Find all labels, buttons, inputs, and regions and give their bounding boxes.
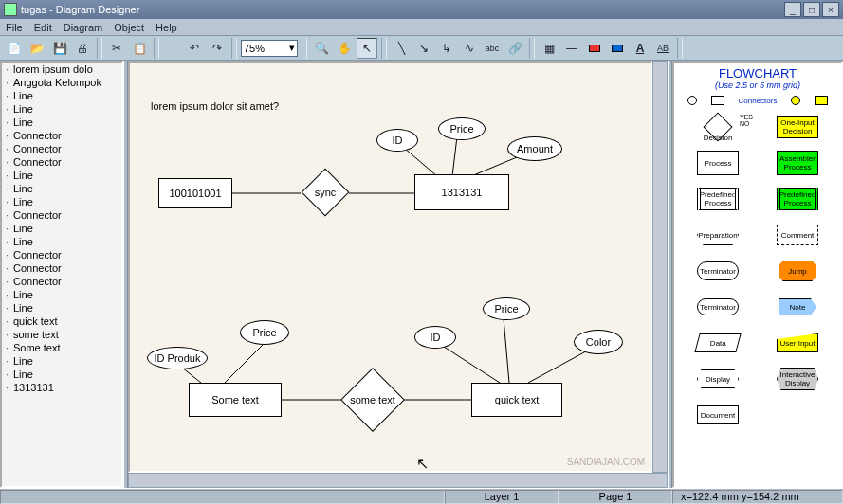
tree-item[interactable]: Line: [2, 195, 121, 208]
node-diamond2[interactable]: some text: [337, 371, 409, 428]
maximize-button[interactable]: □: [803, 2, 820, 17]
node-ellipse-color[interactable]: Color: [574, 330, 623, 354]
tree-item[interactable]: Connector: [2, 129, 121, 142]
new-button[interactable]: 📄: [4, 38, 25, 59]
menu-edit[interactable]: Edit: [34, 22, 52, 33]
palette-terminator2[interactable]: Terminator: [680, 291, 756, 323]
connector-shape-icon[interactable]: [711, 96, 724, 105]
palette-process[interactable]: Process: [680, 147, 756, 179]
tree-item[interactable]: Connector: [2, 261, 121, 275]
palette-userinput[interactable]: User Input: [760, 327, 835, 359]
curve-tool[interactable]: ∿: [459, 38, 480, 59]
tree-item[interactable]: Connector: [2, 275, 121, 288]
minimize-button[interactable]: _: [784, 2, 801, 17]
palette-predefined[interactable]: Predefined Process: [680, 183, 756, 215]
tree-item[interactable]: Line: [2, 102, 121, 116]
tree-item[interactable]: Anggota Kelompok: [2, 76, 121, 89]
node-rect1[interactable]: 100101001: [158, 178, 232, 208]
line-style[interactable]: —: [561, 38, 582, 59]
cut-button[interactable]: ✂: [106, 38, 127, 59]
canvas-vscroll[interactable]: [652, 61, 668, 473]
tree-item[interactable]: lorem ipsum dolo: [2, 63, 121, 76]
arrow-tool[interactable]: ↘: [413, 38, 434, 59]
palette-predefined2[interactable]: Predefined Process: [760, 183, 835, 215]
palette-preparation[interactable]: Preparation: [680, 219, 756, 251]
palette-interactive[interactable]: Interactive Display: [760, 363, 835, 395]
palette-oneinput-decision[interactable]: One-Input Decision: [760, 111, 835, 143]
palette-decision[interactable]: YESNO Decision: [680, 111, 756, 143]
palette-document[interactable]: Document: [680, 399, 756, 431]
node-ellipse-id2[interactable]: ID: [414, 326, 456, 349]
magnify-button[interactable]: 🔍: [311, 38, 332, 59]
node-rect4[interactable]: quick text: [471, 383, 562, 417]
connector-shape-yellow-icon[interactable]: [815, 96, 828, 105]
tree-item[interactable]: Some text: [2, 341, 121, 354]
menu-object[interactable]: Object: [114, 22, 144, 33]
tree-item[interactable]: Connector: [2, 248, 121, 261]
node-ellipse-price2[interactable]: Price: [240, 320, 289, 345]
svg-line-6: [225, 345, 263, 383]
close-button[interactable]: ×: [822, 2, 839, 17]
undo-button[interactable]: ↶: [184, 38, 205, 59]
tree-item[interactable]: Connector: [2, 208, 121, 222]
connector-tool[interactable]: ↳: [436, 38, 457, 59]
tree-item[interactable]: Line: [2, 116, 121, 129]
tree-item[interactable]: quick text: [2, 315, 121, 328]
canvas[interactable]: lorem ipsum dolor sit amet? 100101001 sy…: [128, 61, 652, 473]
status-page[interactable]: Page 1: [559, 490, 672, 504]
tree-item[interactable]: Line: [2, 368, 121, 381]
status-layer[interactable]: Layer 1: [445, 490, 559, 504]
node-ellipse-price1[interactable]: Price: [438, 117, 486, 140]
node-diamond1[interactable]: sync: [301, 172, 350, 212]
palette-note[interactable]: Note: [760, 291, 835, 323]
canvas-hscroll[interactable]: [128, 473, 668, 488]
palette-comment[interactable]: Comment: [760, 219, 835, 251]
line-tool[interactable]: ╲: [391, 38, 412, 59]
text-color[interactable]: A: [630, 38, 651, 59]
palette-jump[interactable]: Jump: [760, 255, 835, 287]
node-rect3[interactable]: Some text: [189, 383, 282, 417]
tree-item[interactable]: some text: [2, 328, 121, 341]
menu-file[interactable]: File: [6, 22, 23, 33]
tree-item[interactable]: Line: [2, 89, 121, 102]
line-color[interactable]: [607, 38, 628, 59]
select-button[interactable]: ↖: [357, 38, 377, 59]
save-button[interactable]: 💾: [49, 38, 70, 59]
text-tool[interactable]: abc: [482, 38, 503, 59]
node-ellipse-price3[interactable]: Price: [483, 297, 530, 320]
print-button[interactable]: 🖨: [72, 38, 93, 59]
tree-item[interactable]: Line: [2, 288, 121, 301]
palette-display[interactable]: Display: [680, 363, 756, 395]
font-button[interactable]: AB: [652, 38, 673, 59]
menu-help[interactable]: Help: [156, 22, 177, 33]
node-ellipse-amount[interactable]: Amount: [507, 136, 562, 161]
link-tool[interactable]: 🔗: [504, 38, 525, 59]
tree-item[interactable]: Line: [2, 182, 121, 195]
fill-color[interactable]: [584, 38, 605, 59]
outline-panel[interactable]: lorem ipsum doloAnggota KelompokLineLine…: [0, 61, 123, 488]
palette-assembler[interactable]: Assembler Process: [760, 147, 835, 179]
tree-item[interactable]: Line: [2, 235, 121, 248]
tree-item[interactable]: Line: [2, 169, 121, 182]
tree-item[interactable]: Line: [2, 301, 121, 315]
open-button[interactable]: 📂: [27, 38, 47, 59]
copy-button[interactable]: 📋: [129, 38, 150, 59]
tree-item[interactable]: Connector: [2, 155, 121, 169]
group-tool[interactable]: ▦: [539, 38, 559, 59]
pan-button[interactable]: ✋: [334, 38, 355, 59]
tree-item[interactable]: 1313131: [2, 381, 121, 394]
palette-terminator[interactable]: Terminator: [680, 255, 756, 287]
palette-panel[interactable]: FLOWCHART (Use 2.5 or 5 mm grid) Connect…: [672, 61, 843, 488]
tree-item[interactable]: Line: [2, 222, 121, 235]
connector-circle-icon[interactable]: [687, 96, 697, 105]
tree-item[interactable]: Line: [2, 354, 121, 368]
menu-diagram[interactable]: Diagram: [64, 22, 103, 33]
connector-circle-yellow-icon[interactable]: [791, 96, 800, 105]
node-ellipse-id1[interactable]: ID: [376, 129, 418, 152]
palette-data[interactable]: Data: [680, 327, 756, 359]
tree-item[interactable]: Connector: [2, 142, 121, 155]
zoom-combo[interactable]: 75%▾: [241, 40, 298, 57]
node-rect2[interactable]: 1313131: [414, 174, 509, 210]
node-ellipse-idproduk[interactable]: ID Produk: [147, 347, 208, 369]
redo-button[interactable]: ↷: [207, 38, 228, 59]
